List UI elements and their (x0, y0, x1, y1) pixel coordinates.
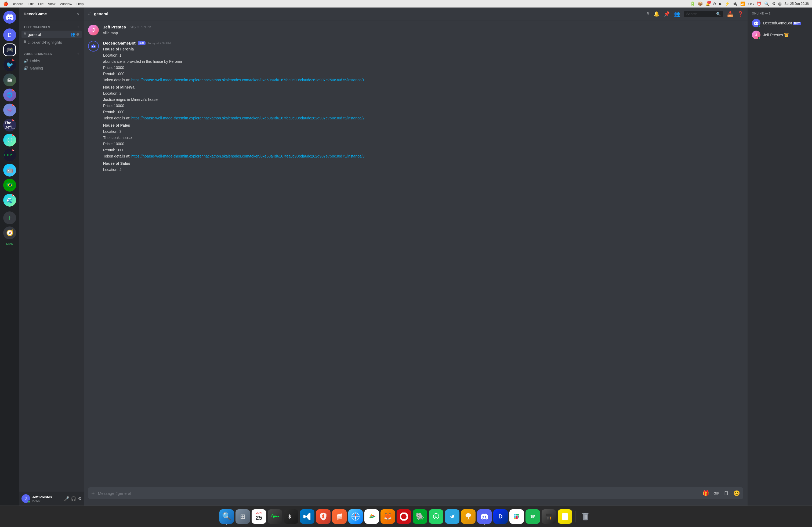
charging-icon[interactable]: 🔌 (733, 1, 738, 6)
add-server-button[interactable]: + (3, 211, 16, 224)
language-icon[interactable]: US (748, 2, 754, 6)
dock-notes[interactable] (558, 509, 572, 524)
controlcenter-icon[interactable]: ⚙ (772, 1, 775, 6)
server-chevron-icon: ∨ (77, 12, 79, 16)
dock-evernote[interactable]: 🐘 (413, 509, 427, 524)
pin-button[interactable]: 📌 (664, 11, 670, 17)
channel-hash-icon: # (88, 11, 91, 17)
menu-help[interactable]: Help (76, 2, 84, 6)
screen-record-icon[interactable]: ⊙ (713, 1, 716, 6)
pales-location: Location: 3 (103, 129, 743, 134)
pales-token-link[interactable]: https://hoarse-well-made-theemim.explore… (131, 154, 365, 158)
minerva-token-link[interactable]: https://hoarse-well-made-theemim.explore… (131, 116, 365, 120)
dock-opera[interactable] (396, 509, 411, 524)
user-settings-button[interactable]: ⚙ (78, 496, 82, 501)
dock-calculator[interactable] (541, 509, 556, 524)
server-icon-7[interactable]: TheDefi... 88 (3, 119, 16, 132)
dock-trash[interactable] (578, 509, 593, 524)
channel-general[interactable]: # general 👥 ⚙ (21, 31, 82, 38)
deafen-button[interactable]: 🎧 (71, 496, 76, 501)
hash-button[interactable]: # (647, 11, 649, 17)
text-channel-icon: # (24, 32, 26, 37)
server-icon-8[interactable]: ⬡ 89 (3, 134, 16, 147)
explore-servers-button[interactable]: 🧭 (3, 226, 16, 239)
svg-point-37 (548, 518, 549, 519)
server-icon-4[interactable]: 🏔 (3, 74, 16, 86)
channel-settings-icon[interactable]: ⚙ (76, 32, 79, 36)
siri-icon[interactable]: ◎ (778, 1, 782, 6)
dock-spotify[interactable] (525, 509, 540, 524)
voice-channel-lobby[interactable]: 🔊 Lobby (21, 57, 82, 64)
feronia-token-link[interactable]: https://hoarse-well-made-theemim.explore… (131, 78, 365, 82)
dock-calendar[interactable]: JUN 25 (251, 509, 266, 524)
server-icon-6[interactable]: 👾 15 (3, 104, 16, 117)
add-text-channel-button[interactable]: + (76, 25, 79, 30)
channel-invite-icon[interactable]: 👥 (70, 32, 75, 36)
member-jeff-prestes[interactable]: J Jeff Prestes 👑 (750, 29, 810, 41)
timemachine-icon[interactable]: ⏰ (756, 1, 762, 6)
dock-launchpad[interactable]: ⊞ (235, 509, 250, 524)
wifi-icon[interactable]: 📶 (740, 1, 745, 6)
inbox-button[interactable]: 📥 (727, 11, 733, 17)
apple-menu[interactable]: 🍎 (3, 1, 8, 6)
feronia-desc: abundance is provided in this house by F… (103, 59, 743, 64)
search-icon[interactable]: 🔍 (764, 1, 769, 6)
search-bar[interactable]: 🔍 (684, 11, 723, 17)
dock-finder[interactable]: 🔍 (219, 509, 234, 524)
server-icon-decedgame[interactable]: 🎮 (3, 44, 16, 56)
menu-view[interactable]: View (48, 2, 55, 6)
notification-icon[interactable]: 🔔31 (706, 2, 710, 6)
server-icon-1[interactable]: D (3, 28, 16, 41)
channel-clips-highlights[interactable]: # clips-and-highlights (21, 39, 82, 46)
menu-file[interactable]: File (38, 2, 44, 6)
emoji-button[interactable]: 😊 (733, 490, 740, 496)
server-icon-5[interactable]: 🌐 15 (3, 89, 16, 102)
dock-brave[interactable] (316, 509, 331, 524)
members-button[interactable]: 👥 (674, 11, 680, 17)
dock-firefox[interactable]: 🦊 (380, 509, 395, 524)
add-attachment-button[interactable]: + (91, 490, 95, 497)
server-icon-3[interactable]: 🐦 12 (3, 59, 16, 71)
dock-whatsapp[interactable] (429, 509, 443, 524)
mute-button[interactable]: 🎤 (64, 496, 69, 501)
battery-icon[interactable]: 🔋 (690, 1, 695, 6)
gif-button[interactable]: GIF (713, 491, 719, 495)
dock-vscode[interactable] (300, 509, 315, 524)
bluetooth-icon[interactable]: ⚡ (725, 1, 730, 6)
dock-activity[interactable] (268, 509, 282, 524)
add-voice-channel-button[interactable]: + (76, 51, 79, 56)
search-input[interactable] (686, 12, 714, 16)
dock-telegram[interactable] (445, 509, 460, 524)
dock-sublime[interactable] (332, 509, 347, 524)
members-sidebar: ONLINE — 2 DecendGameBot BOT J (748, 7, 812, 506)
menu-window[interactable]: Window (60, 2, 72, 6)
user-controls: 🎤 🎧 ⚙ (64, 496, 82, 501)
voice-channel-gaming[interactable]: 🔊 Gaming (21, 65, 82, 72)
server-icon-10[interactable]: 🤖 (3, 164, 16, 177)
menu-edit[interactable]: Edit (28, 2, 33, 6)
help-button[interactable]: ❓ (737, 11, 743, 17)
server-header[interactable]: DecedGame ∨ (19, 7, 84, 20)
voice-channels-label: VOICE CHANNELS (24, 52, 52, 56)
dock-slack[interactable] (509, 509, 524, 524)
discord-home-button[interactable] (3, 11, 16, 24)
sticker-button[interactable]: 🗒 (724, 490, 729, 496)
app-menu-discord[interactable]: Discord (12, 2, 23, 6)
message-input[interactable] (98, 491, 699, 496)
dock-deepl[interactable]: D (493, 509, 508, 524)
notification-settings-button[interactable]: 🔔 (654, 11, 659, 17)
dock-terminal[interactable]: $_ (284, 509, 298, 524)
server-icon-11[interactable]: 🇧🇷 (3, 179, 16, 192)
dock-chrome[interactable] (364, 509, 379, 524)
server-icon-12[interactable]: 🌊 37 (3, 194, 16, 207)
dropbox-icon[interactable]: 📦 (698, 1, 703, 6)
dock-discord[interactable] (477, 509, 492, 524)
dock-keynote[interactable] (461, 509, 476, 524)
member-decendgamebot[interactable]: DecendGameBot BOT (750, 17, 810, 29)
svg-point-19 (400, 513, 407, 520)
svg-rect-24 (467, 519, 470, 519)
dock-safari[interactable] (348, 509, 363, 524)
server-icon-9[interactable]: ETHo... 10 (3, 149, 16, 162)
play-icon[interactable]: ▶ (719, 1, 722, 6)
gift-button[interactable]: 🎁 (702, 490, 709, 496)
